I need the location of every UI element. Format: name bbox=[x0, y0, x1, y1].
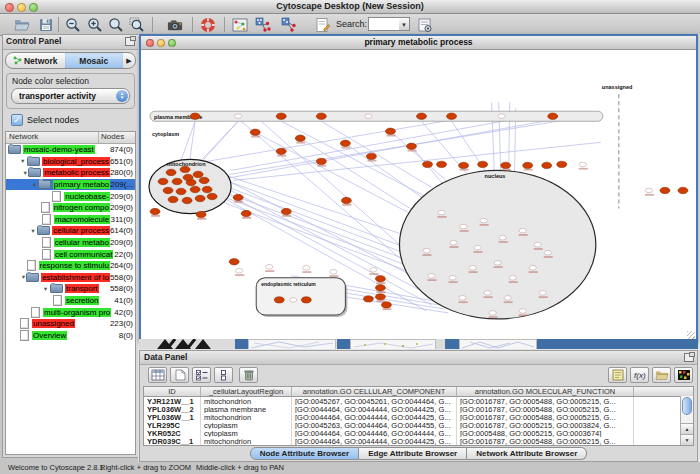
open-session-button[interactable] bbox=[12, 16, 32, 33]
tree-row[interactable]: Overview8(0) bbox=[6, 330, 135, 342]
network-node[interactable] bbox=[190, 186, 200, 192]
node-color-dropdown[interactable]: transporter activity ▲▼ bbox=[11, 88, 130, 104]
nucleus-compartment[interactable] bbox=[399, 170, 595, 319]
network-node[interactable] bbox=[276, 113, 286, 119]
network-edge[interactable] bbox=[213, 199, 417, 275]
tree-row-label[interactable]: establishment of lo bbox=[41, 273, 110, 282]
network-node[interactable] bbox=[489, 311, 496, 316]
scroll-up-icon[interactable]: ▲ bbox=[681, 423, 693, 434]
tree-row-label[interactable]: transport bbox=[65, 284, 99, 293]
network-node[interactable] bbox=[199, 177, 209, 183]
network-node[interactable] bbox=[250, 129, 260, 135]
search-input[interactable] bbox=[368, 17, 400, 31]
network-node[interactable] bbox=[375, 285, 385, 291]
network-edge[interactable] bbox=[190, 121, 195, 158]
network-node[interactable] bbox=[276, 148, 286, 154]
network-edge[interactable] bbox=[233, 142, 601, 180]
tree-row[interactable]: ▼transport558(0) bbox=[6, 283, 135, 295]
network-node[interactable] bbox=[176, 188, 186, 194]
tab-network-attribute-browser[interactable]: Network Attribute Browser bbox=[467, 447, 587, 460]
tree-row-label[interactable]: biological_process bbox=[42, 157, 110, 166]
network-node[interactable] bbox=[519, 309, 526, 314]
tree-row[interactable]: multi-organism pro42(0) bbox=[6, 306, 135, 318]
network-node[interactable] bbox=[341, 197, 351, 203]
network-node[interactable] bbox=[498, 114, 505, 119]
tree-row[interactable]: nitrogen compo209(0) bbox=[6, 202, 135, 214]
network-node[interactable] bbox=[478, 161, 488, 167]
network-node[interactable] bbox=[534, 242, 541, 247]
network-node[interactable] bbox=[229, 259, 239, 265]
tree-row[interactable]: ▼establishment of lo558(0) bbox=[6, 272, 135, 284]
network-node[interactable] bbox=[182, 197, 192, 203]
network-node[interactable] bbox=[460, 224, 467, 229]
network-node[interactable] bbox=[290, 298, 297, 303]
table-row[interactable]: YPL036W__2plasma membrane[GO:0044464, GO… bbox=[144, 405, 693, 413]
network-node[interactable] bbox=[660, 187, 670, 193]
network-node[interactable] bbox=[196, 211, 206, 217]
network-node[interactable] bbox=[542, 162, 552, 168]
new-attribute-button[interactable] bbox=[170, 367, 189, 383]
search-dropdown-button[interactable]: ▼ bbox=[399, 17, 410, 31]
network-node[interactable] bbox=[459, 162, 469, 168]
tree-row[interactable]: ▼cellular process614(0) bbox=[6, 225, 135, 237]
network-edge[interactable] bbox=[223, 185, 406, 253]
tree-row-label[interactable]: primary metabo bbox=[53, 180, 111, 189]
float-panel-icon[interactable] bbox=[125, 37, 135, 46]
attribute-table-button[interactable] bbox=[148, 367, 167, 383]
delete-attribute-button[interactable] bbox=[239, 367, 258, 383]
tree-row[interactable]: ▼metabolic process280(0) bbox=[6, 167, 135, 179]
network-node[interactable] bbox=[207, 193, 217, 199]
network-node[interactable] bbox=[428, 273, 435, 278]
attribute-matrix-button[interactable] bbox=[674, 367, 693, 383]
tree-row[interactable]: ▼primary metabo209(... bbox=[6, 179, 135, 191]
network-node[interactable] bbox=[539, 291, 546, 296]
tree-row-label[interactable]: secretion bbox=[65, 296, 99, 305]
tree-row[interactable]: ▼biological_process651(0) bbox=[6, 156, 135, 168]
table-row[interactable]: YLR295Ccytoplasm[GO:0045263, GO:0044464,… bbox=[144, 421, 693, 429]
column-header[interactable]: _cellularLayoutRegion bbox=[201, 387, 292, 396]
tab-mosaic[interactable]: Mosaic bbox=[65, 53, 124, 68]
column-header[interactable]: ID bbox=[144, 387, 201, 396]
attribute-notes-button[interactable] bbox=[608, 367, 627, 383]
network-node[interactable] bbox=[370, 267, 377, 272]
network-node[interactable] bbox=[301, 297, 311, 303]
network-node[interactable] bbox=[519, 228, 526, 233]
tree-row-label[interactable]: Overview bbox=[32, 331, 67, 340]
network-edge[interactable] bbox=[226, 116, 572, 178]
select-attributes-button[interactable] bbox=[192, 367, 211, 383]
table-row[interactable]: YPL036W__1mitochondrion[GO:0044464, GO:0… bbox=[144, 413, 693, 421]
tree-expand-icon[interactable]: ▼ bbox=[18, 158, 27, 164]
tree-row-label[interactable]: cellular process bbox=[52, 226, 110, 235]
tree-row-label[interactable]: response to stimulu bbox=[39, 261, 110, 270]
tree-row-label[interactable]: unassigned bbox=[32, 319, 75, 328]
network-node[interactable] bbox=[437, 161, 447, 167]
tree-row[interactable]: response to stimulu264(0) bbox=[6, 260, 135, 272]
network-node[interactable] bbox=[172, 178, 182, 184]
tree-row[interactable]: unassigned223(0) bbox=[6, 318, 135, 330]
scrollbar-thumb[interactable] bbox=[682, 397, 692, 415]
tree-column-nodes[interactable]: Nodes bbox=[99, 132, 135, 143]
network-canvas[interactable]: plasma membrane cytoplasm mitochondrion … bbox=[141, 50, 696, 340]
zoom-fit-button[interactable] bbox=[106, 16, 126, 33]
tree-row-label[interactable]: macromolecule bbox=[54, 215, 110, 224]
tab-node-attribute-browser[interactable]: Node Attribute Browser bbox=[250, 447, 360, 460]
network-node[interactable] bbox=[385, 128, 395, 134]
background-window[interactable] bbox=[445, 339, 459, 349]
network-edge[interactable] bbox=[231, 114, 542, 170]
network-node[interactable] bbox=[303, 265, 310, 270]
network-node[interactable] bbox=[406, 143, 416, 149]
network-node[interactable] bbox=[193, 171, 203, 177]
background-window-preview[interactable] bbox=[248, 339, 336, 349]
zoom-in-button[interactable] bbox=[85, 16, 105, 33]
network-node[interactable] bbox=[281, 208, 291, 214]
network-node[interactable] bbox=[233, 194, 243, 200]
network-node[interactable] bbox=[499, 235, 506, 240]
network-node[interactable] bbox=[509, 275, 516, 280]
network-node[interactable] bbox=[180, 166, 190, 172]
edit-network-button[interactable] bbox=[313, 16, 333, 33]
network-node[interactable] bbox=[236, 268, 243, 273]
scroll-down-icon[interactable]: ▼ bbox=[681, 434, 693, 445]
network-node[interactable] bbox=[480, 218, 487, 223]
unselect-attributes-button[interactable] bbox=[214, 367, 233, 383]
network-node[interactable] bbox=[375, 294, 385, 300]
